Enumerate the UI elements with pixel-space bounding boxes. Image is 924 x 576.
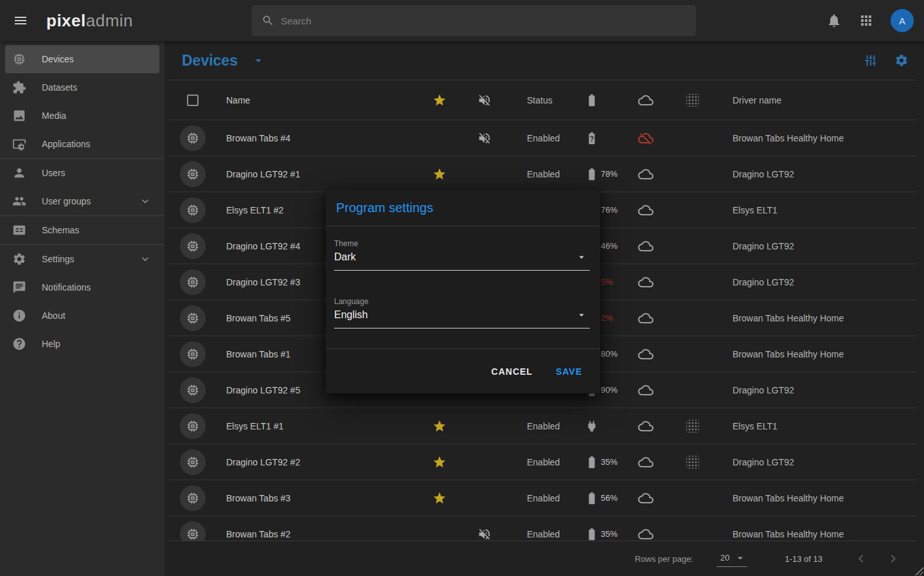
device-avatar [180,197,206,223]
chat-icon [12,280,26,294]
device-avatar [180,341,206,367]
sidebar-item-about[interactable]: About [5,302,159,330]
table-row[interactable]: Dragino LGT92 #1Enabled78%Dragino LGT92 [168,156,916,192]
device-avatar [180,521,206,541]
column-header-driver: Driver name [716,95,916,105]
cloud-icon [638,491,653,506]
column-header-status: Status [509,95,586,105]
star-icon [432,455,447,469]
battery-percent: 35% [601,457,617,467]
sidebar-item-devices[interactable]: Devices [5,45,159,73]
star-icon [432,167,447,181]
notifications-bell-icon[interactable] [826,13,842,28]
sidebar-item-settings[interactable]: Settings [5,245,159,273]
battery-percent: 76% [601,205,617,215]
pagination-range: 1-13 of 13 [785,554,822,564]
language-field: Language English [334,297,590,328]
dialog-title-row: Program settings [326,190,600,226]
table-row[interactable]: Dragino LGT92 #2Enabled35%Dragino LGT92 [168,444,916,480]
cancel-button[interactable]: CANCEL [492,366,533,377]
cloud-icon [638,166,653,182]
driver-name: Browan Tabs Healthy Home [716,349,916,359]
cloud-column-icon [638,93,653,108]
sidebar-item-label: Users [42,168,66,178]
sidebar-item-schemas[interactable]: Schemas [5,216,159,244]
sidebar-item-notifications[interactable]: Notifications [5,273,159,302]
sidebar: DevicesDatasetsMediaApplicationsUsersUse… [0,41,164,576]
sidebar-item-help[interactable]: Help [5,330,159,358]
sidebar-item-datasets[interactable]: Datasets [5,73,159,102]
filter-tune-icon[interactable] [864,53,878,68]
cloud-icon [638,455,653,470]
next-page-button[interactable] [885,551,901,566]
chevron-left-icon [853,551,869,566]
table-row[interactable]: Browan Tabs #3Enabled56%Browan Tabs Heal… [168,480,916,516]
device-avatar [180,305,206,331]
rows-per-page-label: Rows per page: [635,554,693,564]
info-icon [12,309,26,323]
battery-unknown-icon [585,131,599,145]
save-button[interactable]: SAVE [556,366,582,377]
gear-icon [12,252,26,266]
apps-grid-icon[interactable] [858,13,874,28]
sidebar-item-applications[interactable]: Applications [5,130,159,158]
status-text: Enabled [509,493,586,503]
battery-icon [585,491,599,505]
volume-off-icon [477,527,492,541]
chevron-down-icon [139,253,152,266]
sidebar-item-users[interactable]: Users [5,159,159,187]
battery-icon [585,167,599,181]
battery-percent: 78% [601,169,617,179]
select-all-checkbox[interactable] [187,94,199,106]
status-text: Enabled [509,457,586,467]
puzzle-icon [12,80,26,94]
status-text: Enabled [509,169,586,179]
help-icon [12,337,26,351]
device-avatar [180,377,206,403]
rows-per-page-select[interactable]: 20 [716,551,747,567]
device-name: Browan Tabs #4 [217,133,419,143]
sidebar-item-media[interactable]: Media [5,102,159,130]
table-settings-gear-icon[interactable] [894,53,909,68]
avatar-letter: A [899,15,905,26]
chip-icon [12,52,26,66]
driver-name: Browan Tabs Healthy Home [716,493,916,503]
device-avatar [180,413,206,439]
language-select[interactable]: English [334,306,590,328]
table-row[interactable]: Browan Tabs #2Enabled35%Browan Tabs Heal… [168,516,916,541]
battery-column-icon [585,93,599,107]
previous-page-button[interactable] [853,551,869,566]
battery-percent: 46% [601,241,617,251]
select-caret-icon [576,309,587,321]
device-name: Elsys ELT1 #1 [217,421,419,431]
driver-name: Browan Tabs Healthy Home [716,529,916,539]
cloud-icon [638,274,653,290]
device-avatar [180,269,206,295]
person-icon [12,166,26,180]
cloud-icon [638,203,653,218]
battery-percent: 56% [601,493,617,503]
battery-percent: 80% [601,349,617,359]
power-plug-icon [585,419,599,433]
theme-value: Dark [334,251,356,263]
table-row[interactable]: Elsys ELT1 #1EnabledElsys ELT1 [168,408,916,444]
driver-name: Elsys ELT1 [716,421,916,431]
theme-select[interactable]: Dark [334,248,590,271]
chip-icon [186,275,200,289]
menu-button[interactable] [9,9,32,32]
table-row[interactable]: Browan Tabs #4EnabledBrowan Tabs Healthy… [168,120,916,156]
device-avatar [180,233,206,259]
chip-icon [186,383,200,397]
star-icon [432,491,447,505]
search-input[interactable] [281,15,696,26]
rows-per-page-value: 20 [720,553,729,562]
device-name: Browan Tabs #3 [217,493,419,503]
theme-field: Theme Dark [334,239,590,271]
page-title-dropdown-icon[interactable] [251,53,265,68]
search-bar[interactable] [252,5,696,36]
user-avatar[interactable]: A [891,9,914,32]
chip-icon [186,311,200,325]
battery-percent: 2% [601,313,613,323]
chip-icon [186,131,200,145]
sidebar-item-user-groups[interactable]: User groups [5,187,159,215]
